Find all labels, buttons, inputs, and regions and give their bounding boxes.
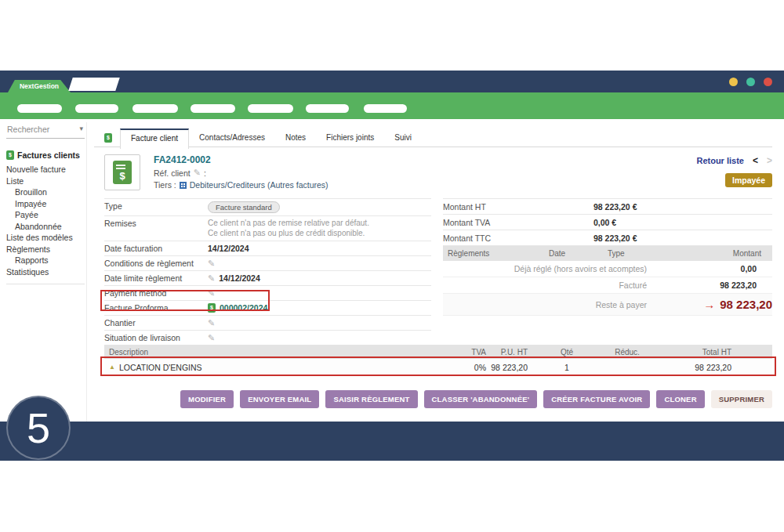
field-label: Conditions de règlement — [104, 259, 208, 268]
line-pu-ht: 98 223,20 — [486, 363, 528, 372]
tab-contacts-adresses[interactable]: Contacts/Adresses — [189, 128, 275, 147]
sidebar-item-liste[interactable]: Liste — [6, 176, 85, 187]
invoice-ref[interactable]: FA2412-0002 — [154, 154, 328, 165]
saisir-r-glement-button[interactable]: SAISIR RÈGLEMENT — [325, 390, 417, 408]
type-badge: Facture standard — [208, 201, 280, 213]
invoice-icon — [6, 150, 14, 160]
edit-pencil-icon[interactable]: ✎ — [208, 334, 215, 342]
window-dot-red-icon[interactable] — [764, 78, 772, 86]
field-label: Date facturation — [104, 244, 208, 253]
field-row-situation-de-livraison: Situation de livraison✎ — [104, 331, 431, 346]
modifier-button[interactable]: MODIFIER — [180, 390, 234, 408]
line-qty: 1 — [528, 363, 606, 372]
invoice-fields-table: TypeFacture standardRemisesCe client n'a… — [104, 198, 431, 346]
field-label: Facture Proforma — [104, 303, 208, 313]
invoice-icon — [208, 303, 216, 313]
back-to-list-link[interactable]: Retour liste — [696, 156, 744, 165]
field-label: Remises — [104, 219, 208, 228]
window-title-bar: NextGestion — [0, 71, 784, 92]
field-label: Type — [104, 201, 208, 211]
payment-summary-value: →98 223,20 — [647, 298, 772, 311]
envoyer-email-button[interactable]: ENVOYER EMAIL — [240, 390, 319, 408]
tab-fichiers-joints[interactable]: Fichiers joints — [316, 128, 384, 147]
edit-pencil-icon[interactable]: ✎ — [208, 274, 215, 283]
payments-header-cell: Date — [549, 249, 608, 258]
footer-bar — [0, 422, 784, 461]
tiers-link[interactable]: Debiteurs/Crediteurs (Autres factures) — [190, 180, 328, 190]
nav-pill[interactable] — [132, 104, 178, 113]
proforma-link[interactable]: 000002/2024 — [220, 303, 267, 313]
tab-suivi[interactable]: Suivi — [384, 128, 422, 147]
sidebar-item-r-glements[interactable]: Règlements — [6, 244, 85, 255]
sidebar-item-statistiques[interactable]: Statistiques — [6, 266, 85, 278]
sidebar-section-label: Factures clients — [17, 150, 80, 160]
edit-pencil-icon[interactable]: ✎ — [208, 289, 215, 298]
sidebar-item-impay-e[interactable]: Impayée — [6, 198, 85, 210]
supprimer-button[interactable]: SUPPRIMER — [711, 390, 772, 408]
field-row-remises: RemisesCe client n'a pas de remise relat… — [104, 216, 431, 241]
cloner-button[interactable]: CLONER — [656, 390, 704, 408]
red-arrow-icon: → — [703, 298, 715, 311]
classer-abandonn-e-button[interactable]: CLASSER 'ABANDONNÉE' — [424, 390, 538, 408]
sidebar-item-liste-des-mod-les[interactable]: Liste des modèles — [6, 232, 85, 244]
nav-pill[interactable] — [75, 104, 118, 113]
sidebar-item-abandonn-e[interactable]: Abandonnée — [6, 221, 85, 233]
discount-note: Ce client n'a pas ou plus de crédit disp… — [208, 229, 431, 239]
edit-pencil-icon[interactable]: ✎ — [194, 168, 201, 177]
field-value: 000002/2024 — [208, 303, 431, 313]
invoice-thumbnail — [104, 154, 140, 190]
total-label: Montant TVA — [443, 218, 593, 227]
sidebar-item-nouvelle-facture[interactable]: Nouvelle facture — [6, 164, 85, 176]
search-input[interactable]: Rechercher ▾ — [6, 122, 85, 139]
field-value: ✎14/12/2024 — [208, 273, 431, 283]
payments-header-cell: Règlements — [443, 249, 549, 258]
sidebar-item-brouillon[interactable]: Brouillon — [6, 186, 85, 198]
amounts-panel: Montant HT98 223,20 €Montant TVA0,00 €Mo… — [443, 198, 772, 316]
next-invoice-chevron-icon[interactable]: > — [767, 155, 772, 166]
total-row-montant-ht: Montant HT98 223,20 € — [443, 198, 772, 215]
lines-header-cell: Qté — [528, 348, 606, 356]
line-row[interactable]: ▲LOCATION D'ENGINS0%98 223,20198 223,20 — [104, 359, 772, 376]
edit-pencil-icon[interactable]: ✎ — [208, 319, 215, 328]
payments-header-cell: Type — [608, 249, 698, 258]
nav-pill[interactable] — [248, 104, 293, 113]
total-value: 98 223,20 € — [593, 202, 637, 212]
total-row-montant-tva: Montant TVA0,00 € — [443, 215, 772, 230]
payment-summary-label: Facturé — [443, 280, 647, 290]
sidebar-item-rapports[interactable]: Rapports — [6, 255, 85, 266]
brand-logo: NextGestion — [8, 80, 71, 92]
line-description: ▲LOCATION D'ENGINS — [104, 363, 449, 372]
field-row-date-facturation: Date facturation14/12/2024 — [104, 241, 431, 256]
sidebar-menu: Nouvelle factureListeBrouillonImpayéePay… — [6, 164, 85, 284]
window-dot-green-icon[interactable] — [746, 78, 755, 86]
tab-facture-client[interactable]: Facture client — [120, 128, 189, 149]
total-value: 0,00 € — [593, 218, 616, 227]
line-spacer — [731, 363, 772, 372]
window-dot-yellow-icon[interactable] — [729, 78, 738, 86]
nav-pill[interactable] — [306, 104, 349, 113]
nav-pill[interactable] — [191, 104, 235, 113]
edit-pencil-icon[interactable]: ✎ — [208, 259, 215, 268]
sidebar-section-factures-clients[interactable]: Factures clients — [6, 150, 85, 160]
nav-pill[interactable] — [17, 104, 62, 113]
field-row-conditions-de-r-glement: Conditions de règlement✎ — [104, 256, 431, 271]
tab-notes[interactable]: Notes — [275, 128, 316, 147]
field-row-type: TypeFacture standard — [104, 198, 431, 216]
invoice-header: FA2412-0002 Réf. client ✎ : Tiers : Debi… — [154, 154, 328, 190]
payment-summary-row-reste-payer: Reste à payer→98 223,20 — [443, 294, 772, 316]
cr-er-facture-avoir-button[interactable]: CRÉER FACTURE AVOIR — [543, 390, 650, 408]
payment-summary-row-d-j-r-gl-hors-avoirs-et-acomptes: Déjà réglé (hors avoirs et acomptes)0,00 — [443, 261, 772, 277]
invoice-icon — [104, 133, 112, 143]
sidebar-item-pay-e[interactable]: Payée — [6, 209, 85, 221]
status-badge: Impayée — [725, 173, 772, 187]
field-label: Situation de livraison — [104, 333, 208, 342]
field-text: 14/12/2024 — [208, 244, 249, 253]
prev-invoice-chevron-icon[interactable]: < — [753, 155, 758, 166]
total-row-montant-ttc: Montant TTC98 223,20 € — [443, 230, 772, 246]
payment-summary-value: 0,00 — [647, 264, 772, 273]
nav-pill[interactable] — [364, 104, 407, 113]
field-value: 14/12/2024 — [208, 244, 431, 253]
field-row-facture-proforma: Facture Proforma000002/2024 — [104, 301, 431, 316]
field-label: Date limite règlement — [104, 273, 208, 283]
lines-header-cell: Réduc. — [606, 348, 648, 356]
